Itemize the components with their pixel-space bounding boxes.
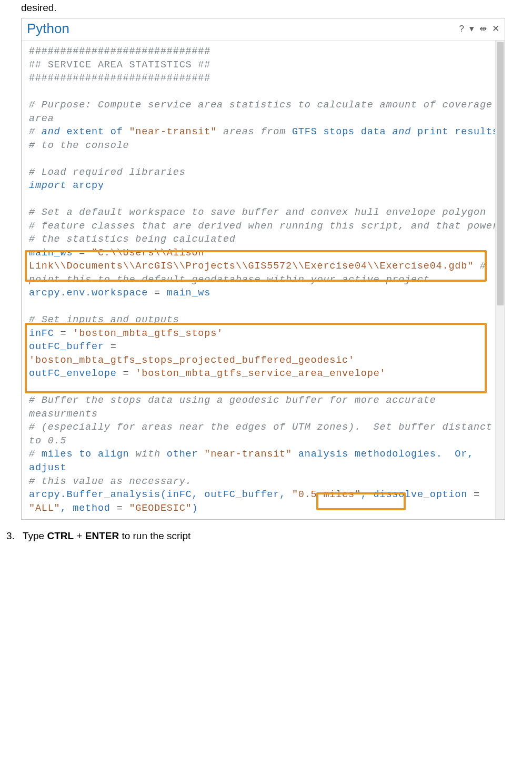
python-panel: Python ? ▾ ⇹ ✕ #########################… (21, 18, 505, 520)
step-text-a: Type (23, 530, 47, 541)
panel-title: Python (27, 21, 459, 37)
scroll-thumb[interactable] (497, 42, 504, 305)
vertical-scrollbar[interactable] (495, 41, 505, 519)
step-plus: + (74, 530, 85, 541)
step-text-b: to run the script (119, 530, 190, 541)
key-ctrl: CTRL (47, 530, 74, 541)
panel-controls: ? ▾ ⇹ ✕ (459, 24, 499, 33)
instruction-step-3: 3. Type CTRL + ENTER to run the script (6, 530, 526, 542)
key-enter: ENTER (85, 530, 119, 541)
step-number: 3. (6, 530, 20, 542)
code-area[interactable]: ############################# ## SERVICE… (22, 41, 505, 519)
doc-fragment-top: desired. (21, 2, 526, 14)
close-icon[interactable]: ✕ (492, 24, 499, 33)
pin-icon[interactable]: ⇹ (479, 24, 487, 33)
code-content: ############################# ## SERVICE… (29, 45, 501, 515)
help-icon[interactable]: ? (459, 24, 464, 33)
panel-header: Python ? ▾ ⇹ ✕ (22, 18, 505, 41)
dropdown-icon[interactable]: ▾ (469, 24, 474, 33)
